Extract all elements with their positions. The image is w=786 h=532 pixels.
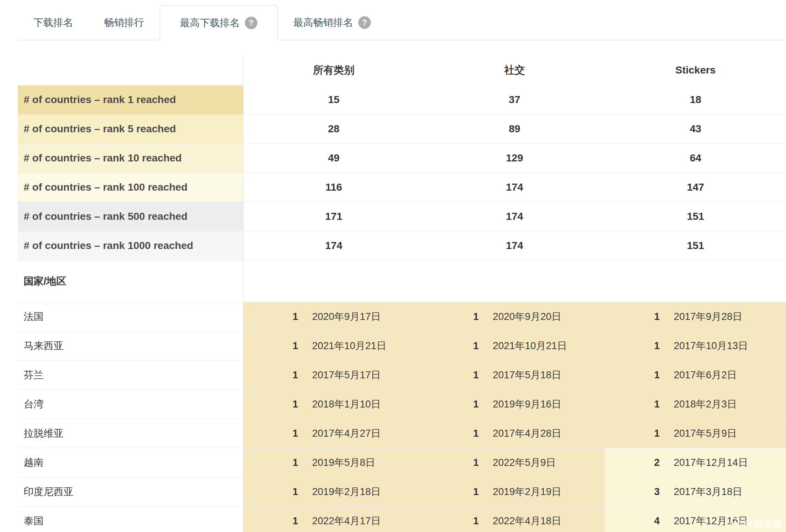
country-row: 法国12020年9月17日12020年9月20日12017年9月28日 bbox=[18, 302, 786, 331]
summary-value: 37 bbox=[424, 85, 605, 114]
tab-label: 下载排名 bbox=[33, 16, 73, 29]
rank-date: 2021年10月21日 bbox=[312, 339, 386, 352]
country-row: 印度尼西亚12019年2月18日12019年2月19日32017年3月18日 bbox=[18, 477, 786, 507]
rank-value: 1 bbox=[276, 311, 298, 323]
rank-value: 1 bbox=[457, 369, 479, 381]
country-name: 法国 bbox=[18, 302, 243, 331]
rank-value: 1 bbox=[457, 428, 479, 439]
help-icon[interactable]: ? bbox=[245, 17, 257, 29]
summary-row: # of countries – rank 500 reached1711741… bbox=[18, 202, 786, 231]
rank-date: 2022年4月17日 bbox=[312, 514, 381, 528]
rank-date: 2020年9月17日 bbox=[312, 310, 381, 323]
rank-value: 1 bbox=[638, 428, 660, 439]
rank-value: 3 bbox=[638, 486, 660, 498]
summary-row: # of countries – rank 1 reached153718 bbox=[18, 85, 786, 115]
rank-date-cell: 12017年4月28日 bbox=[424, 419, 605, 448]
help-icon[interactable]: ? bbox=[358, 16, 371, 29]
summary-value: 174 bbox=[424, 202, 605, 231]
rank-date: 2022年5月9日 bbox=[493, 456, 556, 469]
rank-date: 2017年6月2日 bbox=[674, 368, 737, 382]
summary-row-label: # of countries – rank 10 reached bbox=[18, 144, 243, 173]
summary-row-label: # of countries – rank 1000 reached bbox=[18, 231, 243, 260]
rank-date-cell: 12018年1月10日 bbox=[243, 390, 424, 419]
country-row: 马来西亚12021年10月21日12021年10月21日12017年10月13日 bbox=[18, 331, 786, 361]
country-name: 芬兰 bbox=[18, 361, 243, 389]
summary-value: 15 bbox=[243, 85, 424, 114]
tab-label: 最高下载排名 bbox=[180, 16, 240, 30]
rank-date-cell: 12017年9月28日 bbox=[605, 302, 786, 331]
column-header: Stickers bbox=[605, 55, 786, 85]
country-name: 台湾 bbox=[18, 390, 243, 419]
summary-row-label: # of countries – rank 5 reached bbox=[18, 115, 243, 143]
summary-value: 64 bbox=[605, 144, 786, 173]
rank-date: 2019年2月18日 bbox=[312, 485, 381, 498]
rank-date: 2019年2月19日 bbox=[493, 485, 561, 498]
summary-value: 28 bbox=[243, 115, 424, 143]
rank-date: 2018年1月10日 bbox=[312, 398, 381, 411]
rank-date-cell: 12020年9月17日 bbox=[243, 302, 424, 331]
rank-value: 1 bbox=[276, 340, 298, 352]
rank-date-cell: 12021年10月21日 bbox=[424, 331, 605, 360]
rank-date: 2017年5月9日 bbox=[674, 427, 737, 440]
tab[interactable]: 最高畅销排名? bbox=[278, 5, 386, 40]
rank-value: 1 bbox=[457, 486, 479, 498]
rank-date-cell: 12022年5月9日 bbox=[424, 448, 605, 477]
rank-value: 1 bbox=[638, 369, 660, 381]
rank-date: 2017年4月28日 bbox=[493, 427, 561, 440]
rank-date: 2018年2月3日 bbox=[674, 398, 737, 411]
rank-value: 1 bbox=[457, 311, 479, 323]
summary-row: # of countries – rank 5 reached288943 bbox=[18, 115, 786, 144]
summary-value: 129 bbox=[424, 144, 605, 173]
country-name: 泰国 bbox=[18, 507, 243, 532]
rank-date: 2021年10月21日 bbox=[493, 339, 567, 352]
rank-date-cell: 12017年10月13日 bbox=[605, 331, 786, 360]
rank-date-cell: 12019年9月16日 bbox=[424, 390, 605, 419]
rank-date: 2019年9月16日 bbox=[493, 398, 561, 411]
summary-row: # of countries – rank 10 reached4912964 bbox=[18, 144, 786, 173]
tab[interactable]: 最高下载排名? bbox=[160, 5, 278, 40]
rank-date: 2017年12月16日 bbox=[674, 514, 748, 528]
country-name: 越南 bbox=[18, 448, 243, 477]
summary-section: # of countries – rank 1 reached153718# o… bbox=[18, 85, 786, 260]
rank-value: 1 bbox=[276, 428, 298, 439]
tab[interactable]: 畅销排行 bbox=[89, 5, 160, 40]
rank-value: 4 bbox=[638, 515, 660, 527]
rank-value: 1 bbox=[457, 399, 479, 410]
rank-date: 2017年5月17日 bbox=[312, 368, 381, 382]
country-row: 台湾12018年1月10日12019年9月16日12018年2月3日 bbox=[18, 390, 786, 419]
rank-value: 1 bbox=[457, 515, 479, 527]
rank-date-cell: 12019年5月8日 bbox=[243, 448, 424, 477]
rank-date-cell: 12018年2月3日 bbox=[605, 390, 786, 419]
summary-value: 174 bbox=[424, 173, 605, 202]
country-name: 拉脱维亚 bbox=[18, 419, 243, 448]
rankings-table: 所有类别社交Stickers # of countries – rank 1 r… bbox=[18, 55, 786, 532]
rank-value: 1 bbox=[276, 457, 298, 468]
tab-bar: 下载排名畅销排行最高下载排名?最高畅销排名? bbox=[18, 5, 786, 40]
rank-date-cell: 22017年12月14日 bbox=[605, 448, 786, 477]
country-row: 拉脱维亚12017年4月27日12017年4月28日12017年5月9日 bbox=[18, 419, 786, 448]
rank-date-cell: 12017年4月27日 bbox=[243, 419, 424, 448]
rank-date-cell: 12017年5月17日 bbox=[243, 361, 424, 389]
summary-value: 171 bbox=[243, 202, 424, 231]
rank-date-cell: 12017年5月18日 bbox=[424, 361, 605, 389]
tab-label: 最高畅销排名 bbox=[293, 16, 353, 29]
rank-date-cell: 42017年12月16日 bbox=[605, 507, 786, 532]
rank-value: 1 bbox=[276, 369, 298, 381]
tab[interactable]: 下载排名 bbox=[18, 5, 89, 40]
summary-row-label: # of countries – rank 500 reached bbox=[18, 202, 243, 231]
summary-value: 18 bbox=[605, 85, 786, 114]
rank-value: 2 bbox=[638, 457, 660, 468]
rank-date-cell: 12022年4月17日 bbox=[243, 507, 424, 532]
column-header: 社交 bbox=[424, 55, 605, 85]
rank-date-cell: 12020年9月20日 bbox=[424, 302, 605, 331]
header-label-spacer bbox=[18, 55, 243, 85]
rank-date-cell: 12021年10月21日 bbox=[243, 331, 424, 360]
summary-value: 116 bbox=[243, 173, 424, 202]
section-header-label: 国家/地区 bbox=[18, 260, 243, 302]
summary-value: 151 bbox=[605, 231, 786, 260]
summary-row: # of countries – rank 1000 reached174174… bbox=[18, 231, 786, 260]
summary-value: 49 bbox=[243, 144, 424, 173]
rank-date: 2017年3月18日 bbox=[674, 485, 742, 498]
summary-value: 174 bbox=[424, 231, 605, 260]
country-section: 法国12020年9月17日12020年9月20日12017年9月28日马来西亚1… bbox=[18, 302, 786, 532]
